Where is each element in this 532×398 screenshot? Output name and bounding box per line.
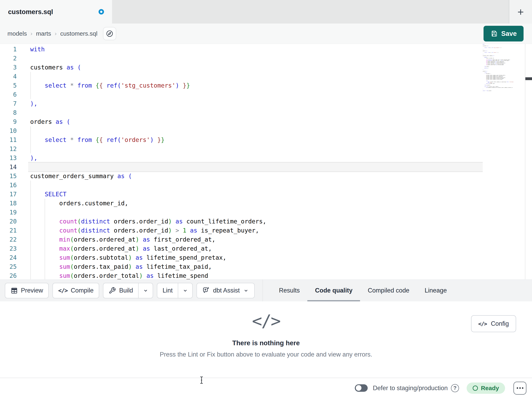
breadcrumb-bar: models › marts › customers.sql Save (0, 24, 532, 44)
tab-bar: customers.sql + (0, 0, 532, 24)
gutter-line: 15 (0, 171, 17, 181)
panel-tabs: Results Code quality Compiled code Linea… (271, 280, 455, 301)
code-line: customers as ( (30, 63, 514, 72)
gutter-line: 20 (0, 217, 17, 226)
code-line: with (30, 45, 514, 54)
build-label: Build (119, 287, 133, 294)
code-line (30, 108, 514, 117)
scrollbar-thumb[interactable] (525, 77, 532, 80)
gutter-line: 19 (0, 208, 17, 217)
preview-label: Preview (21, 287, 43, 294)
build-dropdown-segment[interactable] (138, 283, 153, 298)
tab-customers-sql[interactable]: customers.sql (0, 0, 112, 24)
code-line: sum(orders.subtotal) as lifetime_spend_p… (30, 253, 514, 262)
breadcrumb-item-models[interactable]: models (7, 30, 27, 37)
code-line: orders as ( (30, 117, 514, 126)
code-line: select * from {{ ref('orders') }} (30, 135, 514, 144)
lint-main-segment[interactable]: Lint (157, 283, 178, 298)
code-line: min(orders.ordered_at) as first_ordered_… (30, 235, 514, 244)
gutter-line: 16 (0, 181, 17, 190)
code-line: count(distinct orders.order_id) > 1 as i… (30, 226, 514, 235)
table-icon (10, 287, 18, 294)
dbt-assist-button[interactable]: dbt Assist (196, 283, 255, 298)
code-line (30, 72, 514, 81)
tab-lineage[interactable]: Lineage (417, 280, 454, 301)
code-line (30, 90, 514, 99)
status-bar: Defer to staging/production ? Ready (0, 378, 532, 398)
defer-label: Defer to staging/production (373, 385, 448, 392)
gutter: 1234567891011121314151617181920212223242… (0, 45, 17, 280)
gutter-line: 17 (0, 190, 17, 199)
gutter-line: 21 (0, 226, 17, 235)
breadcrumb-item-marts[interactable]: marts (36, 30, 51, 37)
config-label: Config (491, 320, 509, 327)
compile-button[interactable]: </> Compile (52, 283, 99, 298)
breadcrumb: models › marts › customers.sql (7, 30, 97, 37)
gutter-line: 23 (0, 244, 17, 253)
code-quality-panel: </> There is nothing here Press the Lint… (0, 301, 532, 378)
gutter-line: 14 (0, 163, 17, 171)
code-line (30, 163, 514, 171)
code-icon: </> (478, 321, 487, 327)
save-button[interactable]: Save (483, 26, 524, 41)
save-label: Save (501, 30, 517, 38)
code-line: SELECT (30, 190, 514, 199)
code-line: max(orders.ordered_at) as last_ordered_a… (30, 244, 514, 253)
gutter-line: 1 (0, 45, 17, 54)
more-options-button[interactable] (513, 382, 526, 395)
config-button[interactable]: </> Config (471, 315, 516, 332)
toggle-knob (356, 385, 361, 391)
lint-label: Lint (163, 287, 173, 294)
gutter-line: 12 (0, 144, 17, 153)
preview-button[interactable]: Preview (5, 283, 49, 298)
code-line: sum(orders.tax_paid) as lifetime_tax_pai… (30, 262, 514, 271)
gutter-line: 4 (0, 72, 17, 81)
new-tab-button[interactable]: + (509, 0, 532, 24)
gutter-line: 22 (0, 235, 17, 244)
code-line (30, 181, 514, 190)
gutter-line: 8 (0, 108, 17, 117)
empty-state-code-icon: </> (0, 311, 532, 331)
chevron-down-icon (182, 287, 188, 294)
help-icon[interactable]: ? (451, 384, 459, 392)
status-badge: Ready (467, 383, 505, 394)
gutter-line: 11 (0, 135, 17, 144)
breadcrumb-separator: › (31, 30, 32, 37)
code-line (30, 208, 514, 217)
code-line: ), (30, 99, 514, 108)
code-line (30, 54, 514, 63)
gutter-line: 6 (0, 90, 17, 99)
tab-title: customers.sql (8, 8, 53, 16)
build-button[interactable]: Build (103, 283, 153, 298)
ellipsis-icon (517, 387, 518, 389)
lint-dropdown-segment[interactable] (178, 283, 192, 298)
toolbar-divider (262, 280, 263, 301)
lint-button[interactable]: Lint (157, 283, 193, 298)
gutter-line: 25 (0, 262, 17, 271)
mouse-cursor-ibeam (198, 376, 205, 384)
code-line: ), (30, 153, 514, 163)
code-line: count(distinct orders.order_id) as count… (30, 217, 514, 226)
empty-state-subtitle: Press the Lint or Fix button above to ev… (0, 351, 532, 358)
tab-compiled-code[interactable]: Compiled code (360, 280, 417, 301)
tab-results[interactable]: Results (271, 280, 307, 301)
gutter-line: 13 (0, 153, 17, 163)
breadcrumb-item-file[interactable]: customers.sql (60, 30, 97, 37)
code-icon: </> (58, 287, 67, 294)
chevron-down-icon (243, 287, 249, 294)
defer-toggle[interactable] (355, 384, 368, 392)
save-icon (490, 30, 498, 37)
lineage-compass-button[interactable] (103, 27, 116, 40)
compass-icon (106, 30, 114, 38)
build-main-segment[interactable]: Build (103, 283, 138, 298)
gutter-line: 26 (0, 271, 17, 280)
gutter-line: 3 (0, 63, 17, 72)
code-line: sum(orders.order_total) as lifetime_spen… (30, 271, 514, 280)
gutter-line: 18 (0, 199, 17, 208)
code-area[interactable]: with customers as ( select * from {{ ref… (30, 45, 514, 280)
plus-icon: + (518, 7, 524, 17)
code-line: orders.customer_id, (30, 199, 514, 208)
code-editor[interactable]: 1234567891011121314151617181920212223242… (0, 44, 532, 280)
tab-code-quality[interactable]: Code quality (307, 280, 360, 301)
code-line: customer_orders_summary as ( (30, 171, 514, 181)
